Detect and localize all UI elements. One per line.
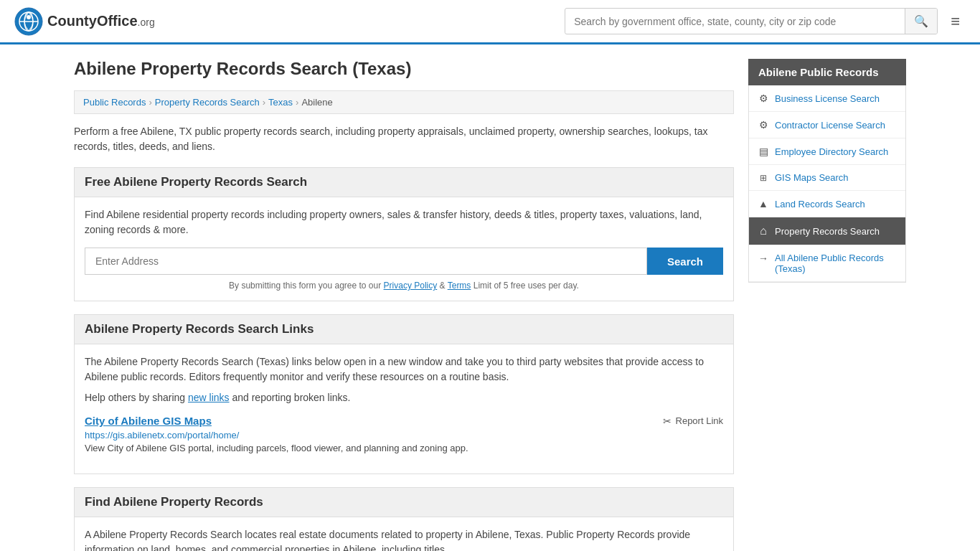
new-links-text: Help others by sharing new links and rep… bbox=[85, 392, 723, 403]
breadcrumb-public-records[interactable]: Public Records bbox=[83, 97, 146, 108]
link-item-header: City of Abilene GIS Maps ✂ Report Link bbox=[85, 415, 723, 427]
links-desc: The Abilene Property Records Search (Tex… bbox=[85, 354, 723, 385]
breadcrumb-abilene: Abilene bbox=[301, 97, 332, 108]
breadcrumb-sep-1: › bbox=[149, 97, 151, 108]
logo-icon bbox=[14, 7, 43, 36]
report-link-button[interactable]: ✂ Report Link bbox=[663, 415, 723, 427]
sidebar-item-business-license[interactable]: Business License Search bbox=[749, 85, 905, 112]
global-search-button[interactable]: 🔍 bbox=[905, 9, 937, 34]
report-icon: ✂ bbox=[663, 415, 672, 427]
land-icon: ▲ bbox=[758, 198, 769, 209]
sidebar: Abilene Public Records Business License … bbox=[748, 59, 906, 551]
form-note: By submitting this form you agree to our… bbox=[85, 281, 723, 291]
find-section-header: Find Abilene Property Records bbox=[74, 487, 734, 517]
sidebar-item-gis-maps[interactable]: ⊞ GIS Maps Search bbox=[749, 165, 905, 191]
terms-link[interactable]: Terms bbox=[448, 281, 471, 291]
sidebar-item-employee-directory[interactable]: ▤ Employee Directory Search bbox=[749, 138, 905, 165]
free-search-section-content: Find Abilene residential property record… bbox=[74, 197, 734, 301]
links-section-header: Abilene Property Records Search Links bbox=[74, 314, 734, 344]
sidebar-title: Abilene Public Records bbox=[748, 59, 906, 85]
sidebar-all-records-link[interactable]: → All Abilene Public Records (Texas) bbox=[749, 245, 905, 282]
address-search-input[interactable] bbox=[85, 248, 647, 275]
logo-area: CountyOffice.org bbox=[14, 7, 155, 36]
page-title: Abilene Property Records Search (Texas) bbox=[74, 59, 734, 79]
hamburger-menu-button[interactable]: ≡ bbox=[945, 9, 966, 34]
breadcrumb: Public Records › Property Records Search… bbox=[74, 90, 734, 114]
free-search-desc: Find Abilene residential property record… bbox=[85, 207, 723, 237]
gear-icon-2 bbox=[758, 119, 769, 131]
link-item-desc: View City of Abilene GIS portal, includi… bbox=[85, 443, 723, 453]
breadcrumb-sep-2: › bbox=[263, 97, 265, 108]
free-search-section-header: Free Abilene Property Records Search bbox=[74, 167, 734, 197]
link-item-url: https://gis.abilenetx.com/portal/home/ bbox=[85, 430, 723, 441]
new-links-link[interactable]: new links bbox=[188, 392, 230, 403]
intro-text: Perform a free Abilene, TX public proper… bbox=[74, 124, 734, 154]
map-icon: ⊞ bbox=[758, 173, 769, 183]
logo-text: CountyOffice.org bbox=[47, 13, 155, 29]
sidebar-item-land-records[interactable]: ▲ Land Records Search bbox=[749, 191, 905, 217]
file-icon: ▤ bbox=[758, 146, 769, 157]
gear-icon-1 bbox=[758, 93, 769, 104]
link-item-title[interactable]: City of Abilene GIS Maps bbox=[85, 415, 212, 427]
find-section-desc: A Abilene Property Records Search locate… bbox=[85, 527, 723, 551]
breadcrumb-sep-3: › bbox=[296, 97, 298, 108]
header-right: 🔍 ≡ bbox=[565, 8, 966, 34]
privacy-policy-link[interactable]: Privacy Policy bbox=[384, 281, 438, 291]
main-container: Abilene Property Records Search (Texas) … bbox=[60, 44, 920, 551]
sidebar-item-property-records[interactable]: ⌂ Property Records Search bbox=[749, 217, 905, 245]
header: CountyOffice.org 🔍 ≡ bbox=[0, 0, 980, 44]
links-section-content: The Abilene Property Records Search (Tex… bbox=[74, 344, 734, 474]
hamburger-icon: ≡ bbox=[951, 12, 960, 30]
address-search-button[interactable]: Search bbox=[647, 248, 723, 275]
home-icon: ⌂ bbox=[758, 225, 769, 237]
global-search-input[interactable] bbox=[565, 10, 905, 33]
find-section-content: A Abilene Property Records Search locate… bbox=[74, 517, 734, 551]
content-area: Abilene Property Records Search (Texas) … bbox=[74, 59, 734, 551]
breadcrumb-property-records-search[interactable]: Property Records Search bbox=[155, 97, 260, 108]
breadcrumb-texas[interactable]: Texas bbox=[268, 97, 293, 108]
link-item: City of Abilene GIS Maps ✂ Report Link h… bbox=[85, 415, 723, 453]
address-search-form: Search bbox=[85, 248, 723, 275]
sidebar-item-contractor-license[interactable]: Contractor License Search bbox=[749, 112, 905, 138]
global-search-bar: 🔍 bbox=[565, 8, 938, 34]
svg-point-4 bbox=[27, 15, 31, 19]
arrow-icon: → bbox=[758, 253, 769, 264]
search-icon: 🔍 bbox=[914, 15, 928, 27]
sidebar-list: Business License Search Contractor Licen… bbox=[748, 85, 906, 283]
